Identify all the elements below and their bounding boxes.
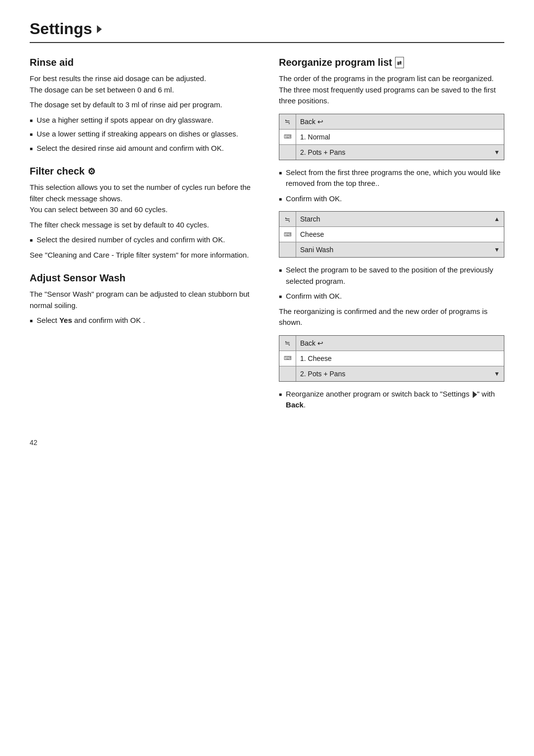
confirm-bullet-1: Confirm with OK. <box>279 193 504 205</box>
filter-check-note: See "Cleaning and Care - Triple filter s… <box>30 250 255 261</box>
row-text-starch: Starch <box>296 213 490 225</box>
rinse-aid-para-1: For best results the rinse aid dosage ca… <box>30 73 255 95</box>
settings-flag-icon <box>97 25 102 33</box>
sensor-wash-bullets: Select Yes and confirm with OK . <box>30 315 255 326</box>
confirm-bullet-2: Confirm with OK. <box>279 291 504 302</box>
rinse-aid-bullet-2: Use a lower setting if streaking appears… <box>30 129 255 140</box>
row-icon-program: ⌨ <box>279 130 296 144</box>
row-icon-program-3: ⌨ <box>279 351 296 366</box>
reorganize-bullets-2: Select the program to be saved to the po… <box>279 265 504 287</box>
row-arrow-down-3: ▼ <box>490 368 504 379</box>
title-divider <box>30 42 504 43</box>
row-text-cheese: Cheese <box>296 228 504 240</box>
page-number: 42 <box>30 439 504 446</box>
display-row-2-starch: ≒ Starch ▲ <box>279 212 504 227</box>
display-row-3-pots: 2. Pots + Pans ▼ <box>279 366 504 381</box>
title-text: Settings <box>30 20 92 38</box>
filter-check-para-2: The filter check message is set by defau… <box>30 220 255 231</box>
display-row-3-cheese: ⌨ 1. Cheese <box>279 351 504 366</box>
sensor-wash-para: The "Sensor Wash" program can be adjuste… <box>30 289 255 311</box>
rinse-aid-bullet-3: Select the desired rinse aid amount and … <box>30 143 255 154</box>
reorganize-heading: Reorganize program list ⇄ <box>279 57 504 68</box>
rinse-aid-para-2: The dosage set by default to 3 ml of rin… <box>30 99 255 111</box>
display-row-1-normal: ⌨ 1. Normal <box>279 130 504 145</box>
row-text-cheese-3: 1. Cheese <box>296 353 504 364</box>
display-row-2-cheese: ⌨ Cheese <box>279 227 504 242</box>
reorganize-icon: ⇄ <box>395 57 404 68</box>
filter-check-bullets: Select the desired number of cycles and … <box>30 234 255 246</box>
rinse-aid-heading: Rinse aid <box>30 57 255 68</box>
filter-check-para-1: This selection allows you to set the num… <box>30 182 255 216</box>
row-text-pots-3: 2. Pots + Pans <box>296 368 490 380</box>
row-icon-empty-3 <box>279 366 296 381</box>
sensor-wash-heading: Adjust Sensor Wash <box>30 272 255 284</box>
sensor-wash-bullet-1: Select Yes and confirm with OK . <box>30 315 255 326</box>
rinse-aid-bullets: Use a higher setting if spots appear on … <box>30 115 255 154</box>
row-icon-program-2: ⌨ <box>279 227 296 242</box>
row-text-back-3: Back ↩ <box>296 337 504 349</box>
page-title: Settings <box>30 20 504 38</box>
display-row-1-back: ≒ Back ↩ <box>279 114 504 130</box>
reorganize-para-2: The reorganizing is confirmed and the ne… <box>279 306 504 328</box>
reorganize-bullet-2: Select the program to be saved to the po… <box>279 265 504 287</box>
reorganize-confirm-1: Confirm with OK. <box>279 193 504 205</box>
row-text-sani: Sani Wash <box>296 244 490 256</box>
reorganize-bullets-3: Reorganize another program or switch bac… <box>279 389 504 411</box>
filter-check-section: Filter check ⚙ This selection allows you… <box>30 166 255 261</box>
row-icon-empty <box>279 145 296 160</box>
display-row-1-pots: 2. Pots + Pans ▼ <box>279 145 504 160</box>
display-box-1: ≒ Back ↩ ⌨ 1. Normal 2. Pots + Pans ▼ <box>279 114 504 160</box>
display-box-3: ≒ Back ↩ ⌨ 1. Cheese 2. Pots + Pans ▼ <box>279 335 504 382</box>
row-icon-empty-2 <box>279 242 296 257</box>
gear-icon: ⚙ <box>88 166 95 177</box>
row-arrow-down: ▼ <box>490 147 504 158</box>
reorganize-confirm-2: Confirm with OK. <box>279 291 504 302</box>
rinse-aid-section: Rinse aid For best results the rinse aid… <box>30 57 255 154</box>
row-text-back: Back ↩ <box>296 116 504 128</box>
sensor-wash-section: Adjust Sensor Wash The "Sensor Wash" pro… <box>30 272 255 326</box>
reorganize-bullet-3: Reorganize another program or switch bac… <box>279 389 504 411</box>
reorganize-bullet-1: Select from the first three programs the… <box>279 167 504 189</box>
display-box-2: ≒ Starch ▲ ⌨ Cheese Sani Wash ▼ <box>279 211 504 258</box>
row-text-normal: 1. Normal <box>296 131 504 143</box>
filter-check-bullet-1: Select the desired number of cycles and … <box>30 234 255 246</box>
row-icon-settings-2: ≒ <box>279 212 296 226</box>
rinse-aid-bullet-1: Use a higher setting if spots appear on … <box>30 115 255 126</box>
reorganize-bullets-1: Select from the first three programs the… <box>279 167 504 189</box>
row-icon-settings: ≒ <box>279 114 296 129</box>
row-arrow-down-2: ▼ <box>490 244 504 255</box>
display-row-3-back: ≒ Back ↩ <box>279 336 504 351</box>
reorganize-section: Reorganize program list ⇄ The order of t… <box>279 57 504 411</box>
row-icon-settings-3: ≒ <box>279 336 296 351</box>
display-row-2-sani: Sani Wash ▼ <box>279 242 504 257</box>
row-text-pots: 2. Pots + Pans <box>296 146 490 158</box>
row-arrow-up: ▲ <box>490 214 504 224</box>
filter-check-heading: Filter check ⚙ <box>30 166 255 177</box>
reorganize-para-1: The order of the programs in the program… <box>279 73 504 107</box>
